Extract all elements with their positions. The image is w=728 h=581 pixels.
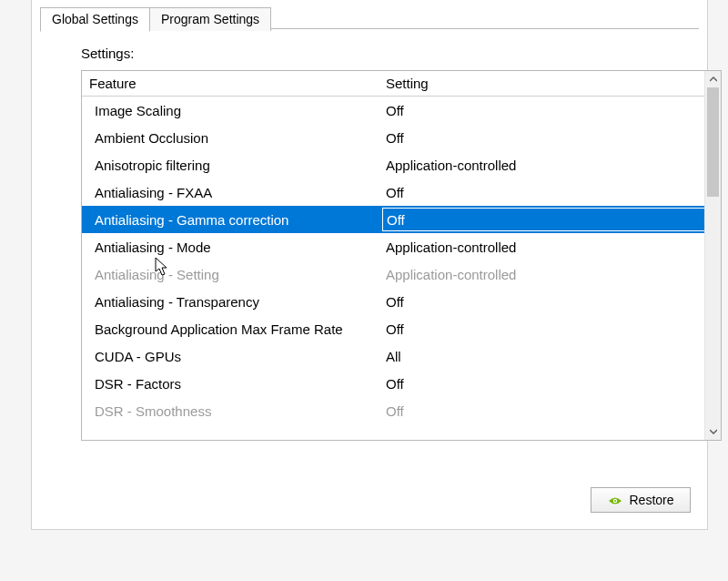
table-header: Feature Setting	[82, 71, 721, 97]
vertical-scrollbar[interactable]	[704, 71, 721, 440]
column-header-feature[interactable]: Feature	[82, 76, 382, 91]
feature-cell: Antialiasing - Mode	[82, 240, 382, 255]
setting-cell: Off	[382, 185, 721, 200]
table-row[interactable]: DSR - SmoothnessOff	[82, 397, 721, 424]
restore-button[interactable]: Restore	[591, 487, 691, 513]
setting-cell: Off	[382, 403, 721, 419]
table-row[interactable]: Antialiasing - SettingApplication-contro…	[82, 260, 721, 288]
feature-cell: Antialiasing - Gamma correction	[82, 212, 382, 228]
setting-value: Off	[386, 376, 404, 392]
feature-cell: Image Scaling	[82, 103, 382, 118]
feature-cell: Anisotropic filtering	[82, 158, 382, 173]
feature-cell: Antialiasing - FXAA	[82, 185, 382, 200]
scroll-down-arrow-icon[interactable]	[705, 423, 722, 440]
setting-cell: Off	[382, 321, 721, 337]
setting-cell: Off	[382, 103, 721, 118]
setting-dropdown[interactable]: Off	[382, 208, 719, 231]
nvidia-logo-icon	[607, 494, 623, 505]
feature-cell: DSR - Smoothness	[82, 403, 382, 419]
setting-value: Off	[386, 103, 404, 118]
table-row[interactable]: DSR - FactorsOff	[82, 370, 721, 397]
table-row[interactable]: Antialiasing - TransparencyOff	[82, 288, 721, 315]
feature-cell: Antialiasing - Setting	[82, 267, 382, 282]
settings-panel: Settings: Feature Setting Image ScalingO…	[31, 0, 708, 530]
table-row[interactable]: Antialiasing - FXAAOff	[82, 178, 721, 206]
setting-value: Off	[386, 321, 404, 337]
feature-cell: Antialiasing - Transparency	[82, 294, 382, 310]
tab-global-settings[interactable]: Global Settings	[40, 7, 150, 32]
setting-cell: All	[382, 349, 721, 364]
table-row[interactable]: Image ScalingOff	[82, 97, 721, 124]
setting-cell: Off	[382, 294, 721, 310]
column-header-setting[interactable]: Setting	[382, 76, 721, 91]
table-row[interactable]: Antialiasing - ModeApplication-controlle…	[82, 233, 721, 260]
table-row[interactable]: Background Application Max Frame RateOff	[82, 315, 721, 342]
setting-value: Off	[386, 185, 404, 200]
table-row[interactable]: CUDA - GPUsAll	[82, 342, 721, 370]
tab-program-settings[interactable]: Program Settings	[149, 7, 271, 31]
settings-table: Feature Setting Image ScalingOffAmbient …	[81, 70, 722, 441]
feature-cell: Ambient Occlusion	[82, 130, 382, 146]
setting-value: Off	[386, 294, 404, 310]
feature-cell: DSR - Factors	[82, 376, 382, 392]
scrollbar-thumb[interactable]	[707, 87, 719, 197]
feature-cell: Background Application Max Frame Rate	[82, 321, 382, 337]
restore-button-label: Restore	[629, 493, 673, 507]
setting-cell: Application-controlled	[382, 158, 721, 173]
setting-value: All	[386, 349, 401, 364]
table-row[interactable]: Ambient OcclusionOff	[82, 124, 721, 151]
settings-label: Settings:	[81, 46, 722, 61]
setting-value: Application-controlled	[386, 158, 516, 173]
table-body: Image ScalingOffAmbient OcclusionOffAnis…	[82, 97, 721, 441]
feature-cell: CUDA - GPUs	[82, 349, 382, 364]
table-row[interactable]: Anisotropic filteringApplication-control…	[82, 151, 721, 178]
settings-tabs: Global Settings Program Settings	[40, 7, 270, 31]
setting-cell: Application-controlled	[382, 267, 721, 282]
setting-value: Off	[386, 130, 404, 146]
scroll-up-arrow-icon[interactable]	[705, 71, 722, 87]
setting-cell: Application-controlled	[382, 240, 721, 255]
svg-point-1	[614, 500, 616, 502]
setting-cell: Off	[382, 376, 721, 392]
setting-value: Off	[387, 212, 405, 228]
setting-value: Application-controlled	[386, 267, 516, 282]
setting-value: Off	[386, 403, 404, 419]
setting-value: Application-controlled	[386, 240, 516, 255]
setting-cell: Off	[382, 130, 721, 146]
table-row[interactable]: Antialiasing - Gamma correctionOff	[82, 206, 721, 233]
